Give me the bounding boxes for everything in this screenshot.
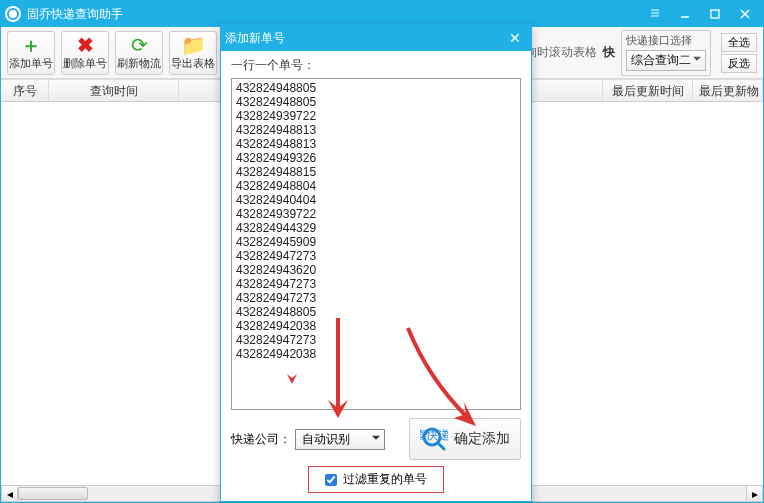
interface-group: 快递接口选择 综合查询二 bbox=[621, 30, 711, 76]
dialog-titlebar: 添加新单号 ✕ bbox=[221, 25, 531, 51]
svg-rect-0 bbox=[711, 10, 719, 18]
col-index[interactable]: 序号 bbox=[1, 80, 49, 101]
refresh-icon: ⟳ bbox=[131, 35, 148, 55]
col-update-time[interactable]: 最后更新时间 bbox=[603, 80, 693, 101]
x-icon: ✖ bbox=[77, 35, 94, 55]
add-label: 添加单号 bbox=[9, 56, 53, 71]
refresh-label: 刷新物流 bbox=[117, 56, 161, 71]
add-dialog: 添加新单号 ✕ 一行一个单号： 432824948805 43282494880… bbox=[220, 24, 532, 502]
maximize-button[interactable] bbox=[701, 4, 729, 24]
app-title: 固乔快递查询助手 bbox=[27, 6, 641, 23]
interface-legend: 快递接口选择 bbox=[626, 33, 706, 48]
filter-label: 过滤重复的单号 bbox=[343, 471, 427, 488]
scroll-thumb[interactable] bbox=[18, 487, 88, 500]
add-button[interactable]: ＋ 添加单号 bbox=[7, 31, 55, 75]
refresh-button[interactable]: ⟳ 刷新物流 bbox=[115, 31, 163, 75]
col-query-time[interactable]: 查询时间 bbox=[49, 80, 179, 101]
fast-label: 快 bbox=[603, 44, 615, 61]
company-label: 快递公司： bbox=[231, 431, 291, 448]
select-all-button[interactable]: 全选 bbox=[721, 33, 757, 52]
export-label: 导出表格 bbox=[171, 56, 215, 71]
dialog-hint: 一行一个单号： bbox=[231, 57, 521, 74]
dialog-close-icon[interactable]: ✕ bbox=[503, 30, 527, 46]
export-button[interactable]: 📁 导出表格 bbox=[169, 31, 217, 75]
scroll-right-icon[interactable]: ▸ bbox=[746, 485, 763, 502]
delete-label: 删除单号 bbox=[63, 56, 107, 71]
svg-text:查快递: 查快递 bbox=[420, 428, 448, 442]
confirm-add-button[interactable]: 查快递 确定添加 bbox=[409, 418, 521, 460]
delete-button[interactable]: ✖ 删除单号 bbox=[61, 31, 109, 75]
app-icon bbox=[5, 6, 21, 22]
dialog-title: 添加新单号 bbox=[225, 30, 503, 47]
interface-select[interactable]: 综合查询二 bbox=[626, 50, 706, 71]
close-button[interactable] bbox=[731, 4, 759, 24]
scroll-left-icon[interactable]: ◂ bbox=[1, 485, 18, 502]
confirm-label: 确定添加 bbox=[454, 430, 510, 448]
tracking-textarea[interactable]: 432824948805 432824948805 432824939722 4… bbox=[231, 78, 521, 410]
search-express-icon: 查快递 bbox=[420, 425, 448, 453]
col-update-info[interactable]: 最后更新物 bbox=[693, 80, 763, 101]
minimize-button[interactable] bbox=[671, 4, 699, 24]
invert-select-button[interactable]: 反选 bbox=[721, 54, 757, 73]
filter-duplicates[interactable]: 过滤重复的单号 bbox=[308, 466, 444, 493]
settings-icon[interactable] bbox=[641, 4, 669, 24]
filter-checkbox[interactable] bbox=[325, 474, 337, 486]
company-select[interactable]: 自动识别 bbox=[295, 429, 385, 450]
folder-icon: 📁 bbox=[181, 35, 206, 55]
plus-icon: ＋ bbox=[21, 35, 41, 55]
